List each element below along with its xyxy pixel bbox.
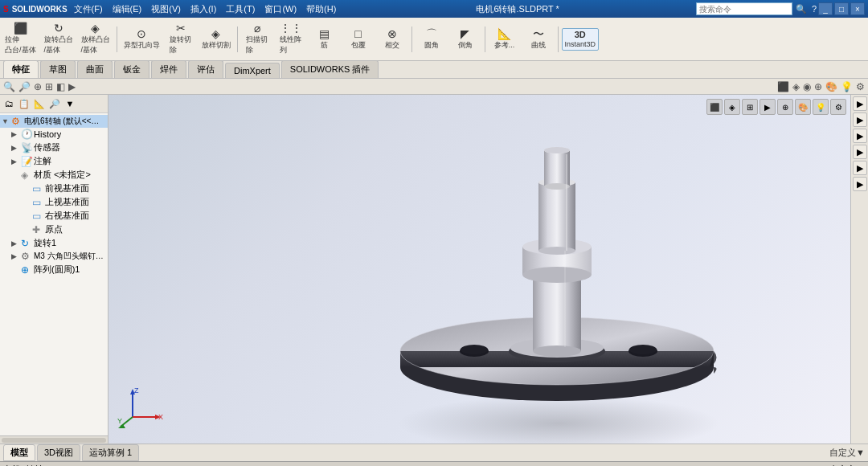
reference-label: 参考...: [494, 40, 515, 51]
display-icon-3[interactable]: ◉: [803, 81, 811, 92]
instant3d-button[interactable]: 3D Instant3D: [562, 28, 600, 51]
loft-boss-button[interactable]: ◈ 放样凸台/基体: [78, 20, 113, 58]
right-btn-6[interactable]: ▶: [853, 177, 867, 191]
view-icon-4[interactable]: ⊞: [45, 81, 53, 92]
curves-button[interactable]: 〜 曲线: [522, 26, 555, 53]
right-btn-4[interactable]: ▶: [853, 145, 867, 159]
tab-sketch[interactable]: 草图: [40, 60, 76, 78]
menu-edit[interactable]: 编辑(E): [109, 3, 145, 15]
revolve1-icon: ↻: [21, 238, 34, 249]
tab-features[interactable]: 特征: [3, 60, 39, 78]
display-icon-2[interactable]: ◈: [792, 81, 800, 92]
feature-tree-panel: 🗂 📋 📐 🔎 ▼ ▼ ⚙ 电机6转轴 (默认<<默认>_显 ▶ 🕐 Histo…: [0, 95, 108, 444]
svg-text:Z: Z: [134, 386, 139, 394]
extrude-boss-button[interactable]: ⬛ 拉伸凸台/基体: [2, 20, 39, 58]
view-ctrl-3[interactable]: ⊞: [742, 99, 758, 115]
wrap-icon: □: [354, 28, 361, 39]
tree-btn-filter[interactable]: ▼: [63, 96, 77, 111]
revolve-cut-button[interactable]: ✂ 旋转切除: [165, 20, 197, 58]
display-icon-7[interactable]: ⚙: [856, 81, 865, 92]
view-ctrl-2[interactable]: ◈: [724, 99, 740, 115]
menu-file[interactable]: 文件(F): [71, 3, 106, 15]
fillet-button[interactable]: ⌒ 圆角: [416, 26, 448, 53]
tree-item-revolve1[interactable]: ▶ ↻ 旋转1: [0, 236, 108, 250]
display-icon-1[interactable]: ⬛: [777, 81, 789, 92]
right-panel: ▶ ▶ ▶ ▶ ▶ ▶: [850, 95, 868, 444]
search-icon[interactable]: 🔍: [796, 4, 807, 14]
loft-cut-button[interactable]: ◈ 放样切割: [199, 26, 234, 53]
minimize-button[interactable]: _: [818, 2, 833, 15]
help-icon[interactable]: ?: [812, 4, 817, 14]
tab-evaluate[interactable]: 评估: [188, 60, 223, 78]
tab-dimxpert[interactable]: DimXpert: [225, 63, 280, 78]
view-ctrl-1[interactable]: ⬛: [706, 99, 723, 115]
loft-cut-icon: ◈: [211, 28, 220, 39]
tree-item-right-plane[interactable]: ▭ 右视基准面: [0, 209, 108, 223]
view-icon-5[interactable]: ◧: [56, 81, 65, 92]
close-button[interactable]: ×: [850, 2, 865, 15]
tree-item-top-plane[interactable]: ▭ 上视基准面: [0, 195, 108, 209]
svg-point-0: [398, 395, 719, 444]
wrap-button[interactable]: □ 包覆: [342, 26, 375, 53]
top-plane-icon: ▭: [32, 197, 45, 208]
tab-solidworks-plugins[interactable]: SOLIDWORKS 插件: [281, 60, 379, 78]
tab-model[interactable]: 模型: [3, 444, 35, 461]
display-icon-5[interactable]: 🎨: [825, 81, 837, 92]
view-icon-3[interactable]: ⊕: [34, 81, 42, 92]
right-btn-3[interactable]: ▶: [853, 129, 867, 143]
right-btn-5[interactable]: ▶: [853, 161, 867, 175]
view-ctrl-4[interactable]: ▶: [760, 99, 776, 115]
tab-weldments[interactable]: 焊件: [151, 60, 186, 78]
rib-button[interactable]: ▤ 筋: [309, 26, 341, 53]
command-search[interactable]: [696, 2, 792, 15]
display-icon-6[interactable]: 💡: [841, 81, 853, 92]
sweep-cut-button[interactable]: ⌀ 扫描切除: [241, 20, 273, 58]
tree-item-root[interactable]: ▼ ⚙ 电机6转轴 (默认<<默认>_显: [0, 115, 108, 128]
right-btn-2[interactable]: ▶: [853, 112, 867, 127]
tree-item-annotations[interactable]: ▶ 📝 注解: [0, 154, 108, 168]
view-ctrl-8[interactable]: ⚙: [830, 99, 846, 115]
menu-tools[interactable]: 工具(T): [223, 3, 258, 15]
reference-button[interactable]: 📐 参考...: [489, 26, 521, 53]
maximize-button[interactable]: □: [834, 2, 849, 15]
3d-viewport[interactable]: Z X Y ⬛ ◈ ⊞ ▶ ⊕ 🎨 💡 ⚙: [108, 95, 850, 444]
menu-view[interactable]: 视图(V): [148, 3, 184, 15]
tab-motion-study[interactable]: 运动算例 1: [82, 444, 139, 461]
tree-item-bolt[interactable]: ▶ ⚙ M3 六角凹头螺钉的柱形沉...: [0, 250, 108, 263]
menu-window[interactable]: 窗口(W): [261, 3, 300, 15]
tree-item-history[interactable]: ▶ 🕐 History: [0, 128, 108, 141]
revolve-boss-button[interactable]: ↻ 旋转凸台/基体: [41, 20, 76, 58]
tree-btn-3[interactable]: 📐: [32, 96, 47, 111]
tree-item-origin[interactable]: ✚ 原点: [0, 223, 108, 236]
tree-item-pattern[interactable]: ⊕ 阵列(圆周)1: [0, 263, 108, 276]
view-icon-2[interactable]: 🔎: [18, 81, 31, 92]
rib-label: 筋: [321, 40, 328, 51]
view-ctrl-7[interactable]: 💡: [813, 99, 829, 115]
menu-help[interactable]: 帮助(H): [303, 3, 339, 15]
tree-item-material[interactable]: ◈ 材质 <未指定>: [0, 168, 108, 182]
tab-3d-view[interactable]: 3D视图: [37, 444, 80, 461]
expand-icon-sensors: ▶: [11, 144, 21, 152]
intersect-button[interactable]: ⊗ 相交: [376, 26, 408, 53]
customize-label[interactable]: 自定义▼: [829, 447, 865, 459]
tab-sheet-metal[interactable]: 钣金: [114, 60, 149, 78]
view-icon-1[interactable]: 🔍: [3, 81, 15, 92]
tab-surface[interactable]: 曲面: [77, 60, 113, 78]
tree-scrollbar[interactable]: [0, 435, 108, 444]
menu-insert[interactable]: 插入(I): [187, 3, 219, 15]
display-icon-4[interactable]: ⊕: [814, 81, 822, 92]
tree-btn-1[interactable]: 🗂: [2, 96, 16, 111]
revolve-boss-label: 旋转凸台/基体: [44, 35, 73, 55]
view-icon-6[interactable]: ▶: [68, 81, 76, 92]
view-ctrl-6[interactable]: 🎨: [795, 99, 811, 115]
chamfer-button[interactable]: ◤ 倒角: [449, 26, 481, 53]
linear-pattern-button[interactable]: ⋮⋮ 线性阵列: [275, 20, 307, 58]
right-btn-1[interactable]: ▶: [853, 96, 867, 111]
rib-icon: ▤: [319, 28, 330, 39]
tree-btn-4[interactable]: 🔎: [47, 96, 62, 111]
tree-item-sensors[interactable]: ▶ 📡 传感器: [0, 141, 108, 154]
view-ctrl-5[interactable]: ⊕: [777, 99, 793, 115]
tree-btn-2[interactable]: 📋: [17, 96, 31, 111]
hole-wizard-button[interactable]: ⊙ 异型孔向导: [121, 26, 163, 53]
tree-item-front-plane[interactable]: ▭ 前视基准面: [0, 182, 108, 195]
